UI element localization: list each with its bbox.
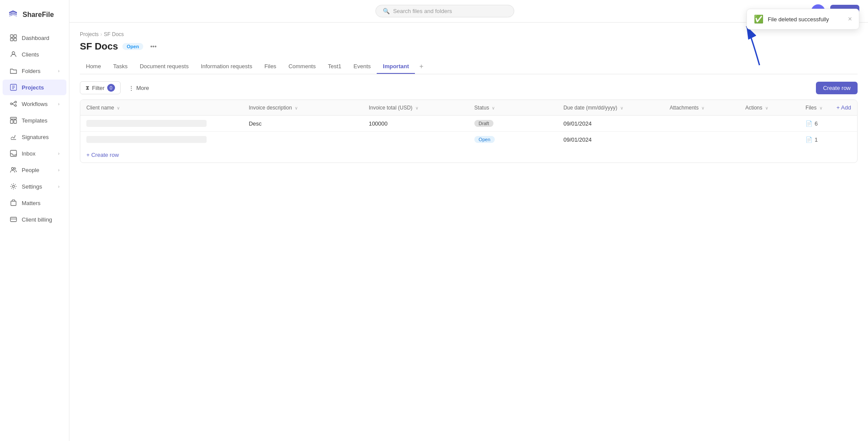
svg-rect-23 xyxy=(11,201,16,206)
dashboard-icon xyxy=(10,34,17,42)
col-header-due-date[interactable]: Due date (mm/dd/yyyy) ∨ xyxy=(557,100,664,116)
clients-icon xyxy=(10,50,17,58)
search-bar[interactable]: 🔍 Search files and folders xyxy=(375,5,514,17)
cell-files-1: 📄 6 xyxy=(799,116,830,132)
tab-information-requests[interactable]: Information requests xyxy=(195,60,259,74)
sidebar-item-clients[interactable]: Clients xyxy=(3,46,66,62)
sidebar-item-settings[interactable]: Settings › xyxy=(3,179,66,194)
cell-files-2: 📄 1 xyxy=(799,132,830,148)
cell-actions-2 xyxy=(739,132,799,148)
create-row-button[interactable]: Create row xyxy=(816,82,858,94)
settings-chevron-icon: › xyxy=(58,184,59,189)
cell-invoice-total-1: 100000 xyxy=(363,116,468,132)
create-row-inline-label: + Create row xyxy=(86,152,119,158)
page-header: SF Docs Open ••• xyxy=(80,41,858,52)
sidebar-item-signatures-label: Signatures xyxy=(22,134,49,140)
billing-icon xyxy=(10,216,17,223)
cell-due-date-1: 09/01/2024 xyxy=(557,116,664,132)
app-name: ShareFile xyxy=(23,11,54,19)
col-header-client-name[interactable]: Client name ∨ xyxy=(80,100,243,116)
svg-point-5 xyxy=(12,52,15,54)
toast-success-icon: ✅ xyxy=(754,14,763,24)
sidebar-item-workflows[interactable]: Workflows › xyxy=(3,96,66,112)
file-count-1: 6 xyxy=(815,120,818,127)
tab-add-button[interactable]: + xyxy=(415,59,427,74)
sidebar-item-dashboard-label: Dashboard xyxy=(22,35,49,41)
toast-close-button[interactable]: × xyxy=(848,15,852,23)
data-table: Client name ∨ Invoice description ∨ Invo… xyxy=(80,99,858,163)
workflows-chevron-icon: › xyxy=(58,102,59,106)
col-header-status[interactable]: Status ∨ xyxy=(468,100,557,116)
toast-message: File deleted successfully xyxy=(768,16,844,23)
create-row-inline-button[interactable]: + Create row xyxy=(80,147,857,162)
cell-add-2 xyxy=(830,132,857,148)
sidebar-item-templates[interactable]: Templates xyxy=(3,113,66,128)
sidebar-item-client-billing-label: Client billing xyxy=(22,216,52,223)
col-header-files[interactable]: Files ∨ xyxy=(799,100,830,116)
people-icon xyxy=(10,166,17,174)
col-header-add[interactable]: + Add xyxy=(830,100,857,116)
tab-home[interactable]: Home xyxy=(80,60,107,74)
sidebar-item-client-billing[interactable]: Client billing xyxy=(3,212,66,227)
folders-chevron-icon: › xyxy=(58,69,59,73)
sidebar-item-inbox[interactable]: Inbox › xyxy=(3,146,66,161)
cell-status-2: Open xyxy=(468,132,557,148)
templates-icon xyxy=(10,116,17,124)
sharefile-logo-icon xyxy=(7,9,19,21)
cell-status-1: Draft xyxy=(468,116,557,132)
sidebar: ShareFile Dashboard Clients Folders › Pr… xyxy=(0,0,69,441)
svg-rect-3 xyxy=(10,38,13,41)
cell-add-1 xyxy=(830,116,857,132)
status-badge: Open xyxy=(122,43,143,50)
sidebar-item-dashboard[interactable]: Dashboard xyxy=(3,30,66,46)
cell-invoice-total-2 xyxy=(363,132,468,148)
app-logo: ShareFile xyxy=(0,5,69,30)
sidebar-item-clients-label: Clients xyxy=(22,51,39,58)
file-icon-1: 📄 xyxy=(806,120,812,127)
sidebar-item-people-label: People xyxy=(22,167,39,173)
client-name-placeholder-1 xyxy=(86,120,207,127)
sidebar-item-people[interactable]: People › xyxy=(3,162,66,178)
tab-document-requests[interactable]: Document requests xyxy=(134,60,195,74)
more-filters-button[interactable]: ⋮ More xyxy=(125,83,153,93)
svg-point-11 xyxy=(15,101,16,103)
inbox-icon xyxy=(10,149,17,157)
svg-point-10 xyxy=(10,103,12,105)
svg-rect-19 xyxy=(10,150,16,156)
svg-line-14 xyxy=(12,104,15,106)
breadcrumb-projects[interactable]: Projects xyxy=(80,31,99,37)
tab-important[interactable]: Important xyxy=(377,60,415,74)
col-header-invoice-description[interactable]: Invoice description ∨ xyxy=(243,100,362,116)
sidebar-item-signatures[interactable]: Signatures xyxy=(3,129,66,145)
content-area: Projects › SF Docs SF Docs Open ••• Home… xyxy=(69,23,868,441)
breadcrumb: Projects › SF Docs xyxy=(80,31,858,37)
sidebar-item-settings-label: Settings xyxy=(22,183,42,190)
cell-attachments-1 xyxy=(664,116,739,132)
tab-comments[interactable]: Comments xyxy=(283,60,322,74)
breadcrumb-separator: › xyxy=(100,31,102,37)
search-placeholder: Search files and folders xyxy=(393,8,452,14)
svg-rect-17 xyxy=(14,120,16,123)
add-column-link[interactable]: + Add xyxy=(836,104,851,111)
tab-test1[interactable]: Test1 xyxy=(322,60,347,74)
cell-invoice-desc-1: Desc xyxy=(243,116,362,132)
cell-client-name-1 xyxy=(80,116,243,132)
col-header-actions[interactable]: Actions ∨ xyxy=(739,100,799,116)
sidebar-item-folders-label: Folders xyxy=(22,68,40,74)
tab-files[interactable]: Files xyxy=(258,60,282,74)
sidebar-item-projects[interactable]: Projects xyxy=(3,80,66,95)
tab-events[interactable]: Events xyxy=(348,60,377,74)
tab-tasks[interactable]: Tasks xyxy=(107,60,134,74)
svg-rect-16 xyxy=(10,120,13,123)
col-header-attachments[interactable]: Attachments ∨ xyxy=(664,100,739,116)
sidebar-item-matters[interactable]: Matters xyxy=(3,195,66,211)
more-options-button[interactable]: ••• xyxy=(148,42,159,51)
col-header-invoice-total[interactable]: Invoice total (USD) ∨ xyxy=(363,100,468,116)
sidebar-item-folders[interactable]: Folders › xyxy=(3,63,66,79)
main-content: 🔍 Search files and folders TG Share Proj… xyxy=(69,0,868,441)
more-filters-label: More xyxy=(136,85,149,91)
status-draft-badge: Draft xyxy=(474,120,493,127)
filter-button[interactable]: ⧗ Filter 0 xyxy=(80,81,121,94)
svg-rect-1 xyxy=(10,35,13,37)
table-row: Open 09/01/2024 📄 1 xyxy=(80,132,857,148)
